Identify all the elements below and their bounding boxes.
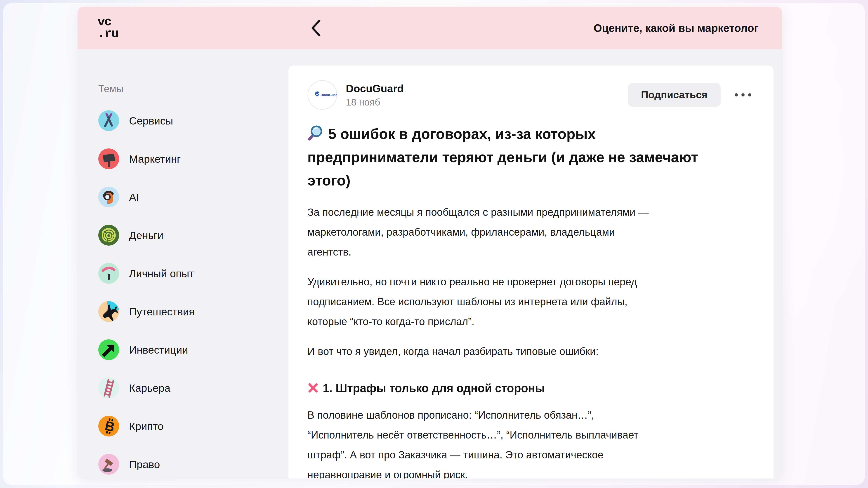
top-header: vc .ru Оцените, какой вы маркетолог bbox=[78, 7, 782, 49]
author-info: DocuGuard 18 нояб bbox=[346, 82, 404, 108]
sidebar-item-career[interactable]: Карьера bbox=[98, 378, 288, 398]
sidebar-item-label: Инвестиции bbox=[129, 344, 188, 356]
sidebar-item-money[interactable]: Деньги bbox=[98, 225, 288, 246]
sidebar-item-marketing[interactable]: Маркетинг bbox=[98, 149, 288, 169]
sidebar-item-label: Сервисы bbox=[129, 115, 173, 127]
publish-date: 18 нояб bbox=[346, 97, 404, 108]
page-background: vc .ru Оцените, какой вы маркетолог Темы bbox=[0, 0, 868, 488]
vcru-logo[interactable]: vc .ru bbox=[97, 16, 118, 39]
bitcoin-icon: B bbox=[98, 416, 119, 436]
docuguard-avatar[interactable]: DocuGuard bbox=[307, 80, 337, 110]
sidebar-item-services[interactable]: Сервисы bbox=[98, 110, 288, 131]
sidebar-item-label: Карьера bbox=[129, 382, 170, 394]
cross-mark-emoji-icon bbox=[307, 382, 319, 394]
topics-sidebar: Темы Сервисы bbox=[78, 49, 288, 479]
sidebar-item-label: Маркетинг bbox=[129, 153, 181, 165]
section-heading: 1. Штрафы только для одной стороны bbox=[307, 382, 754, 395]
sidebar-item-investments[interactable]: Инвестиции bbox=[98, 339, 288, 360]
arrow-up-right-icon bbox=[98, 339, 119, 360]
sidebar-item-label: Крипто bbox=[129, 420, 163, 432]
sidebar-item-label: Путешествия bbox=[129, 305, 195, 318]
article-author-row: DocuGuard DocuGuard 18 нояб Подписаться bbox=[307, 80, 754, 110]
ladder-icon bbox=[98, 378, 119, 398]
article-title: 5 ошибок в договорах, из-за которых пред… bbox=[307, 123, 754, 192]
sidebar-item-crypto[interactable]: B Крипто bbox=[98, 416, 288, 436]
paragraph: И вот что я увидел, когда начал разбират… bbox=[307, 341, 754, 361]
section-heading-text: 1. Штрафы только для одной стороны bbox=[323, 382, 545, 395]
sidebar-item-label: Деньги bbox=[129, 229, 163, 241]
app-body: Темы Сервисы bbox=[78, 49, 782, 479]
airplane-icon bbox=[98, 301, 119, 322]
vcru-app-window: vc .ru Оцените, какой вы маркетолог Темы bbox=[78, 7, 782, 479]
sidebar-item-label: Личный опыт bbox=[129, 267, 194, 280]
subscribe-button[interactable]: Подписаться bbox=[628, 83, 721, 107]
billboard-icon bbox=[98, 149, 119, 169]
sidebar-item-travel[interactable]: Путешествия bbox=[98, 301, 288, 322]
paraglider-icon bbox=[98, 263, 119, 284]
sidebar-item-ai[interactable]: AI bbox=[98, 187, 288, 207]
paragraph: За последние месяцы я пообщался с разным… bbox=[307, 202, 754, 262]
back-chevron-icon[interactable] bbox=[309, 19, 322, 37]
sidebar-item-label: Право bbox=[129, 458, 160, 470]
magnifier-emoji-icon bbox=[307, 125, 324, 141]
sidebar-item-label: AI bbox=[129, 191, 139, 203]
sidebar-item-personal-experience[interactable]: Личный опыт bbox=[98, 263, 288, 284]
paragraph: В половине шаблонов прописано: “Исполнит… bbox=[307, 405, 754, 479]
more-options-icon[interactable] bbox=[732, 89, 754, 101]
ai-head-icon bbox=[98, 187, 119, 207]
paragraph: Удивительно, но почти никто реально не п… bbox=[307, 272, 754, 331]
article-card: DocuGuard DocuGuard 18 нояб Подписаться bbox=[288, 66, 774, 479]
header-promo-link[interactable]: Оцените, какой вы маркетолог bbox=[594, 22, 758, 34]
author-name[interactable]: DocuGuard bbox=[346, 82, 404, 95]
article-title-text: 5 ошибок в договорах, из-за которых пред… bbox=[307, 126, 698, 189]
sidebar-title: Темы bbox=[98, 83, 288, 94]
gavel-icon bbox=[98, 454, 119, 475]
main-column: DocuGuard DocuGuard 18 нояб Подписаться bbox=[288, 49, 782, 479]
sidebar-item-law[interactable]: Право bbox=[98, 454, 288, 475]
svg-text:DocuGuard: DocuGuard bbox=[320, 93, 337, 97]
fingerprint-icon bbox=[98, 225, 119, 246]
tools-icon bbox=[98, 110, 119, 131]
